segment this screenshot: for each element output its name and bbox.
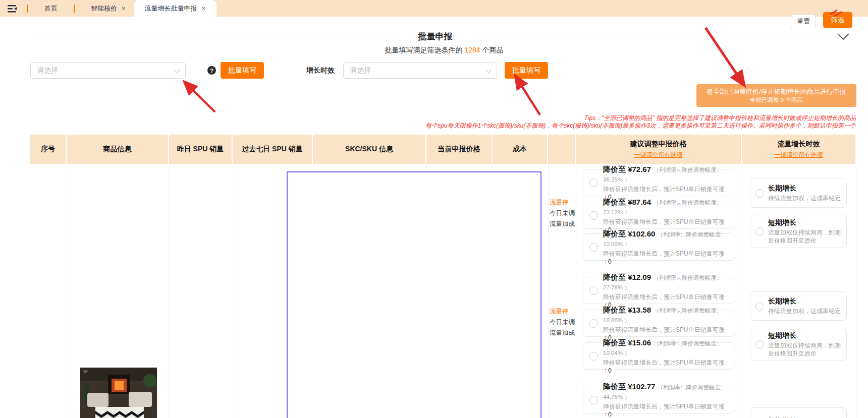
header-yesterday-spu-sales: 昨日 SPU 销量 [169,135,233,164]
price-option-card[interactable]: 降价至 ¥102.60 （利润率:-,降价调整幅度: 10.00% ） 降价获得… [583,233,735,261]
growth-option-title: 短期增长 [768,218,841,227]
tab-label: 首页 [44,4,58,13]
radio-button[interactable] [589,396,598,404]
batch-fill-button[interactable]: 批量填写 [221,62,264,79]
status-line: 流量加成 [550,219,575,230]
status-line: 今日未调 [550,208,575,219]
reset-button[interactable]: 重置 [791,15,816,28]
red-arrow-to-select2 [516,77,540,115]
price-option-title: 降价至 ¥72.67 [603,165,651,173]
growth-option-card[interactable]: 长期增长 持续流量加权，达成率稳定 [750,178,847,208]
status-line: 流量加成 [550,328,575,339]
close-tab-icon[interactable]: × [202,5,206,12]
tab-label: 智能核价 [91,4,117,13]
status-line: 流量待 [550,306,575,317]
batch-fill-button-2[interactable]: 批量填写 [505,62,548,79]
column-border [233,164,233,418]
radio-button[interactable] [755,189,764,198]
price-option-title: 降价至 ¥102.60 [603,229,655,238]
row-group-border [548,380,856,380]
declare-adjusted-products-button[interactable]: 将全部已调整降价/停止短期增长的商品进行申报 全部已调整 0 个商品 [696,84,856,107]
radio-button[interactable] [589,211,598,220]
growth-option-card[interactable]: 短期增长 流量加权仅持续两周，到期后价格回升至原价 [750,215,847,248]
help-icon[interactable]: ? [207,66,216,75]
subtitle-suffix: 个商品 [480,46,504,54]
price-option-card[interactable]: 降价至 ¥15.06 （利润率:-,降价调整幅度: 10.04% ） 降价获得流… [583,342,735,370]
banner-line1: 将全部已调整降价/停止短期增长的商品进行申报 [696,87,856,96]
tab-label: 流量增长批量申报 [145,4,197,13]
price-option-sub: 降价获得流量增长后，预计SPU单日销量可涨 [603,186,725,193]
clear-all-growth-options-link[interactable]: 一键清空所有选项 [775,151,823,159]
growth-option-card[interactable]: 短期增长 流量加权仅持续两周，到期后价格回升至原价 [750,328,847,361]
radio-button[interactable] [755,340,764,349]
price-option-card[interactable]: 降价至 ¥102.77 （利润率:-,降价调整幅度: 44.75% ） 降价获得… [583,386,735,414]
growth-option-sub: 流量加权仅持续两周，到期后价格回升至原价 [768,228,841,245]
growth-option-sub: 流量加权仅持续两周，到期后价格回升至原价 [768,341,841,357]
subtitle-prefix: 批量填写满足筛选条件的 [385,46,465,54]
radio-button[interactable] [755,302,764,311]
growth-option-card[interactable]: 长期增长 [750,407,847,418]
product-status: 流量待 今日未调 流量加成 [550,197,575,230]
svg-text:TF: TF [83,370,88,374]
divider-line [30,36,399,36]
header-index: 序号 [30,135,67,164]
header-suggested-price: 建议调整申报价格 一键清空所有选项 [576,135,742,164]
price-option-sub: 降价获得流量增长后，预计SPU单日销量可涨 [603,218,725,225]
growth-option-title: 短期增长 [768,331,841,340]
header-title: 流量增长时效 [778,140,820,149]
select-placeholder: 请选择 [37,66,58,75]
clear-all-price-options-link[interactable]: 一键清空所有选项 [634,151,683,159]
price-option-card[interactable]: 降价至 ¥72.67 （利润率:-,降价调整幅度: 36.25% ） 降价获得流… [583,169,735,196]
price-option-sub: 降价获得流量增长后，预计SPU单日销量可涨 [603,359,725,366]
traffic-growth-batch-declare-page: 首页 智能核价 × 流量增长批量申报 × 重置 筛选 批量申报 批量填写满足筛选… [0,0,868,418]
header-title: 建议调整申报价格 [630,140,687,149]
product-image[interactable]: TF [80,368,157,418]
column-border [169,164,170,418]
section-title: 批量申报 [399,31,472,42]
filter-button[interactable]: 筛选 [823,12,852,28]
up-arrow-icon: ↑ [604,411,607,418]
row-group-border [548,268,856,268]
section-subtitle: 批量填写满足筛选条件的 1284 个商品 [30,46,858,55]
growth-option-title: 长期增长 [768,184,841,193]
chevron-down-icon [485,67,492,73]
matched-count: 1284 [464,46,480,54]
sales-increase-value: 0 [608,367,612,374]
radio-button[interactable] [589,319,598,328]
tab-smart-pricing[interactable]: 智能核价 × [83,0,134,17]
radio-button[interactable] [589,243,598,252]
growth-duration-select[interactable]: 请选择 [343,63,497,79]
price-option-title: 降价至 ¥102.77 [603,382,655,391]
tab-divider [27,5,28,13]
collapse-section-chevron-icon[interactable] [838,29,849,40]
price-option-card[interactable]: 降价至 ¥13.58 （利润率:-,降价调整幅度: 18.88% ） 降价获得流… [583,310,735,337]
sales-increase-value: 0 [608,411,612,418]
header-traffic-growth-duration: 流量增长时效 一键清空所有选项 [742,135,855,164]
price-option-title: 降价至 ¥13.58 [603,306,651,314]
price-option-card[interactable]: 降价至 ¥12.09 （利润率:-,降价调整幅度: 27.78% ） 降价获得流… [583,277,735,304]
product-status: 流量待 今日未调 流量加成 [550,306,575,339]
price-option-select[interactable]: 请选择 [30,63,186,79]
tab-home[interactable]: 首页 [36,0,66,17]
collapse-menu-icon[interactable] [6,4,19,14]
red-arrow-to-select1 [185,82,215,112]
tab-traffic-growth-batch[interactable]: 流量增长批量申报 × [134,0,217,17]
divider-line [472,36,837,36]
header-cost: 成本 [493,135,548,164]
element-highlight-overlay [287,171,541,418]
price-option-sub: 降价获得流量增长后，预计SPU单日销量可涨 [603,326,725,333]
status-line: 流量待 [550,197,575,208]
growth-option-sub: 持续流量加权，达成率稳定 [768,194,841,202]
growth-option-card[interactable]: 长期增长 持续流量加权，达成率稳定 [750,291,847,321]
header-status [548,135,576,164]
radio-button[interactable] [755,227,764,236]
price-option-card[interactable]: 降价至 ¥87.64 （利润率:-,降价调整幅度: 23.12% ） 降价获得流… [583,202,735,229]
price-option-sub: 降价获得流量增长后，预计SPU单日销量可涨 [603,293,725,301]
tips-line2: 每个spu每天限操作1个skc(服饰)/sku(非服饰)，每个skc(服饰)/s… [425,122,856,130]
radio-button[interactable] [589,286,598,295]
radio-button[interactable] [589,352,598,361]
growth-option-sub: 持续流量加权，达成率稳定 [768,307,841,315]
radio-button[interactable] [589,178,598,187]
select-placeholder: 请选择 [350,66,371,75]
close-tab-icon[interactable]: × [122,5,126,12]
